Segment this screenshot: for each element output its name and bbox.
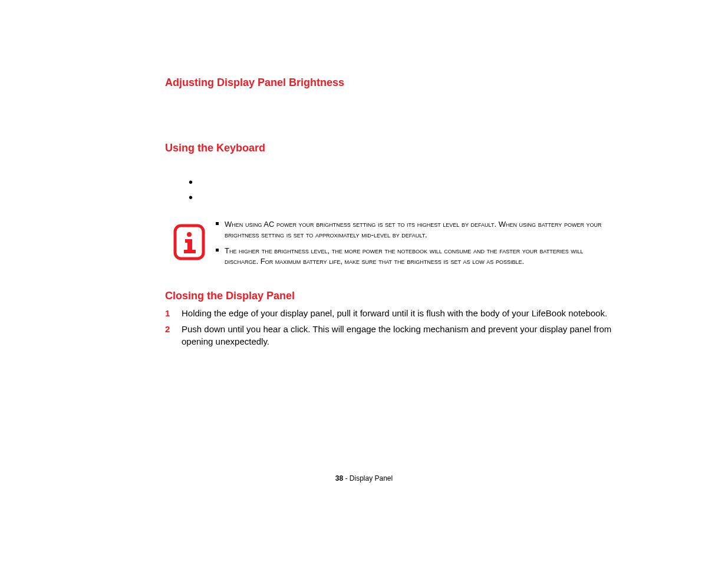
square-bullet-icon [216,222,219,225]
svg-point-1 [187,232,192,237]
step-text: Push down until you hear a click. This w… [182,323,622,348]
info-icon [173,224,205,260]
footer-separator: - [343,474,350,482]
page-content: Adjusting Display Panel Brightness Using… [0,0,728,348]
info-content: When using AC power your brightness sett… [216,219,622,272]
section-closing-display: Closing the Display Panel 1 Holding the … [165,290,622,348]
closing-step: 2 Push down until you hear a click. This… [165,323,622,348]
closing-step: 1 Holding the edge of your display panel… [165,307,622,319]
heading-adjusting: Adjusting Display Panel Brightness [165,77,622,89]
info-note: When using AC power your brightness sett… [216,219,610,240]
bullet-item [189,178,622,186]
bullet-item [189,193,622,201]
info-callout: When using AC power your brightness sett… [165,219,622,272]
info-note: The higher the brightness level, the mor… [216,246,610,266]
heading-keyboard: Using the Keyboard [165,142,622,154]
keyboard-bullet-list [165,178,622,201]
svg-rect-4 [184,250,196,253]
step-text: Holding the edge of your display panel, … [182,307,622,319]
section-adjusting-brightness: Adjusting Display Panel Brightness [165,77,622,89]
page-footer: 38 - Display Panel [0,474,728,482]
heading-closing: Closing the Display Panel [165,290,622,302]
info-note-text: When using AC power your brightness sett… [225,219,610,240]
section-using-keyboard: Using the Keyboard When using AC power y… [165,142,622,272]
info-note-text: The higher the brightness level, the mor… [225,246,610,266]
footer-section-name: Display Panel [350,474,393,482]
step-number: 2 [165,323,182,335]
step-number: 1 [165,307,182,319]
square-bullet-icon [216,249,219,252]
page-number: 38 [335,474,343,482]
